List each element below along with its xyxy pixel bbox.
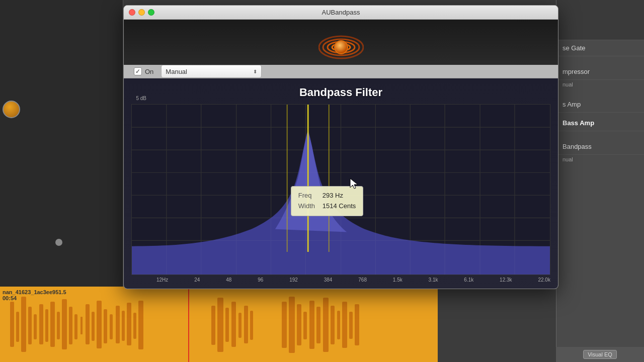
au-window: AUBandpass xyxy=(123,5,558,289)
knob-area xyxy=(3,101,23,121)
svg-rect-27 xyxy=(238,313,242,338)
waveform-area: nan_41623_1ac3ee951.5 00:54 xyxy=(0,287,438,362)
svg-rect-3 xyxy=(28,307,32,344)
window-title: AUBandpass xyxy=(322,9,360,16)
svg-rect-23 xyxy=(211,306,215,345)
svg-rect-13 xyxy=(86,304,90,344)
waveform-time: 00:54 xyxy=(3,295,17,301)
svg-rect-5 xyxy=(39,304,43,344)
svg-rect-37 xyxy=(331,306,335,344)
maximize-button[interactable] xyxy=(148,9,154,16)
svg-rect-15 xyxy=(97,301,102,348)
x-label-192: 192 xyxy=(289,277,298,283)
x-label-96: 96 xyxy=(258,277,263,283)
window-buttons xyxy=(129,9,154,16)
svg-rect-38 xyxy=(337,311,340,339)
x-label-22k: 22.0k xyxy=(538,277,550,283)
svg-rect-1 xyxy=(16,312,19,342)
svg-rect-28 xyxy=(244,306,248,343)
x-label-384: 384 xyxy=(324,277,333,283)
svg-rect-16 xyxy=(104,309,107,343)
svg-rect-4 xyxy=(34,314,37,339)
filter-title: Bandpass Filter xyxy=(131,86,550,99)
svg-rect-14 xyxy=(92,312,95,341)
minimize-button[interactable] xyxy=(138,9,145,16)
x-label-48: 48 xyxy=(226,277,231,283)
on-label: On xyxy=(145,68,153,75)
svg-rect-32 xyxy=(297,304,301,345)
svg-rect-8 xyxy=(57,312,60,339)
svg-rect-33 xyxy=(303,312,307,339)
plugin-item-noise-gate[interactable]: se Gate xyxy=(556,40,644,56)
x-label-768: 768 xyxy=(358,277,367,283)
preset-select[interactable]: Manual ⬍ xyxy=(161,65,262,78)
svg-rect-40 xyxy=(349,312,353,339)
preset-value: Manual xyxy=(166,68,187,75)
close-button[interactable] xyxy=(129,9,135,16)
controls-bar: ✓ On Manual ⬍ xyxy=(124,65,558,78)
svg-rect-11 xyxy=(74,314,77,339)
svg-rect-24 xyxy=(217,298,223,352)
title-bar: AUBandpass xyxy=(124,6,558,20)
x-axis-labels: 12Hz 24 48 96 192 384 768 1.5k 3.1k 6.1k… xyxy=(131,275,550,283)
waveform-filename: nan_41623_1ac3ee951.5 xyxy=(3,289,66,295)
x-label-3k1: 3.1k xyxy=(429,277,438,283)
plugin-item-bass-amp[interactable]: Bass Amp xyxy=(556,115,644,131)
track-knob[interactable] xyxy=(3,101,20,118)
x-label-1k5: 1.5k xyxy=(393,277,403,283)
svg-rect-17 xyxy=(110,314,113,339)
on-checkbox[interactable]: ✓ xyxy=(134,67,142,75)
svg-rect-2 xyxy=(21,297,26,352)
svg-rect-26 xyxy=(231,302,236,347)
indicator-dot xyxy=(55,239,62,246)
on-checkbox-container: ✓ On xyxy=(134,67,153,75)
graph-container: Freq 293 Hz Width 1514 Cents xyxy=(131,104,550,283)
x-label-24: 24 xyxy=(194,277,200,283)
right-panel: se Gate mpressor nual s Amp Bass Amp Ban… xyxy=(556,0,644,362)
logo-area xyxy=(124,20,558,65)
checkbox-checkmark: ✓ xyxy=(135,68,140,74)
svg-rect-0 xyxy=(10,302,14,347)
plugin-sub-compressor: nual xyxy=(556,80,644,89)
window-content: ✓ On Manual ⬍ Bandpass Filter 5 dB 0 dB … xyxy=(124,20,558,289)
svg-rect-31 xyxy=(289,297,295,353)
svg-rect-34 xyxy=(309,301,314,349)
svg-point-50 xyxy=(335,41,347,53)
x-label-12k3: 12.3k xyxy=(500,277,512,283)
svg-rect-41 xyxy=(355,304,359,345)
svg-rect-35 xyxy=(316,307,320,343)
svg-rect-10 xyxy=(69,307,72,344)
svg-rect-9 xyxy=(62,299,67,349)
svg-rect-25 xyxy=(225,308,229,342)
visual-eq-button[interactable]: Visual EQ xyxy=(583,350,617,359)
filter-graph[interactable]: Freq 293 Hz Width 1514 Cents xyxy=(131,104,550,275)
svg-rect-18 xyxy=(116,306,120,343)
svg-rect-12 xyxy=(80,317,83,334)
plugin-item-s-amp[interactable]: s Amp xyxy=(556,97,644,113)
svg-rect-6 xyxy=(45,309,48,342)
svg-rect-39 xyxy=(342,302,347,348)
au-logo-svg xyxy=(318,20,364,65)
svg-rect-21 xyxy=(133,313,136,339)
waveform-label: nan_41623_1ac3ee951.5 00:54 xyxy=(3,289,66,301)
filter-graph-svg xyxy=(132,105,550,275)
x-label-6k1: 6.1k xyxy=(464,277,473,283)
plugin-item-bandpass[interactable]: Bandpass xyxy=(556,139,644,155)
svg-rect-22 xyxy=(138,301,143,349)
svg-rect-19 xyxy=(122,311,125,341)
plugin-item-compressor[interactable]: mpressor xyxy=(556,64,644,80)
x-label-12hz: 12Hz xyxy=(156,277,168,283)
svg-rect-20 xyxy=(127,303,131,345)
svg-rect-30 xyxy=(282,302,287,348)
filter-area: Bandpass Filter 5 dB 0 dB -5 dB -10 dB -… xyxy=(124,78,558,289)
svg-rect-36 xyxy=(323,298,329,352)
svg-rect-29 xyxy=(250,311,253,340)
plugin-sub-bandpass: nual xyxy=(556,155,644,164)
svg-rect-7 xyxy=(50,302,55,347)
select-arrow-icon: ⬍ xyxy=(253,69,257,74)
bottom-bar: Visual EQ xyxy=(556,347,644,362)
